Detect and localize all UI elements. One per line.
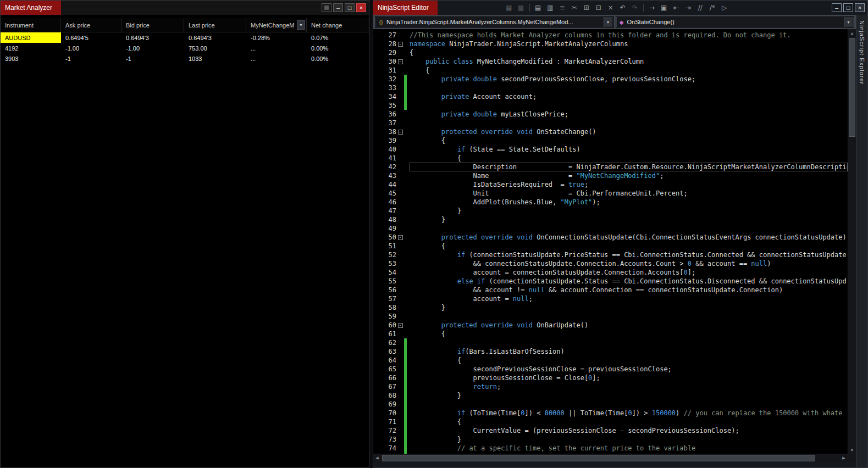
code-line[interactable]: 63 if(Bars.IsLastBarOfSession) xyxy=(373,347,848,356)
column-header-instrument[interactable]: Instrument xyxy=(1,18,61,32)
fold-toggle-icon[interactable]: - xyxy=(396,40,404,48)
code-line[interactable]: 27//This namespace holds Market Analyzer… xyxy=(373,31,848,40)
code-line[interactable]: 69 xyxy=(373,400,848,409)
column-header-bid-price[interactable]: Bid price xyxy=(121,18,184,32)
window-menu-icon[interactable] xyxy=(322,3,331,12)
code-line[interactable]: 58 } xyxy=(373,303,848,312)
minimize-button[interactable]: – xyxy=(333,3,343,12)
code-line[interactable]: 54 account = connectionStatusUpdate.Conn… xyxy=(373,268,848,277)
column-header-last-price[interactable]: Last price xyxy=(184,18,246,32)
code-line[interactable]: 62 xyxy=(373,338,848,347)
close-button[interactable]: × xyxy=(855,3,865,12)
table-row[interactable]: AUDUSD0.6494'50.6494'30.6494'3-0.28%0.07… xyxy=(1,32,369,43)
chevron-down-icon[interactable]: ▼ xyxy=(604,16,612,27)
maximize-button[interactable]: □ xyxy=(843,3,853,12)
code-line[interactable]: 48 } xyxy=(373,215,848,224)
scroll-right-icon[interactable]: ▶ xyxy=(840,454,848,462)
code-line[interactable]: 73 } xyxy=(373,435,848,444)
code-line[interactable]: 42 Description = NinjaTrader.Custom.Reso… xyxy=(373,163,848,171)
code-line[interactable]: 70 if (ToTime(Time[0]) < 80000 || ToTime… xyxy=(373,409,848,417)
horizontal-scrollbar[interactable]: ◀ ▶ xyxy=(373,454,848,462)
outdent-icon[interactable]: ⇤ xyxy=(671,3,682,13)
code-line[interactable]: 72 CurrentValue = (previousSessionClose … xyxy=(373,426,848,435)
code-line[interactable]: 31 { xyxy=(373,66,848,75)
uncomment-selection-icon[interactable]: /* xyxy=(707,3,718,13)
scroll-track[interactable] xyxy=(848,37,856,446)
code-line[interactable]: 56 && account != null && account.Connect… xyxy=(373,286,848,294)
code-line[interactable]: 74 // at a specific time, set the curren… xyxy=(373,444,848,453)
code-line[interactable]: 49 xyxy=(373,224,848,233)
minimize-button[interactable]: – xyxy=(832,3,842,12)
code-line[interactable]: 44 IsDataSeriesRequired = true; xyxy=(373,180,848,189)
fold-toggle-icon[interactable]: - xyxy=(396,57,404,66)
market-analyzer-titlebar[interactable]: Market Analyzer – □ × xyxy=(1,1,369,15)
column-header-mynetchange[interactable]: MyNetChangeM▼ xyxy=(246,18,307,32)
code-line[interactable]: 40 if (State == State.SetDefaults) xyxy=(373,145,848,154)
code-line[interactable]: 38- protected override void OnStateChang… xyxy=(373,127,848,136)
code-line[interactable]: 51 { xyxy=(373,242,848,250)
code-line[interactable]: 30- public class MyNetChangeModified : M… xyxy=(373,57,848,66)
ninjascript-explorer-tab[interactable]: NinjaScript Explorer xyxy=(856,15,867,467)
code-line[interactable]: 34 private Account account; xyxy=(373,92,848,101)
comment-selection-icon[interactable]: // xyxy=(695,3,706,13)
code-line[interactable]: 45 Unit = Cbi.PerformanceUnit.Percent; xyxy=(373,189,848,198)
compile-icon[interactable]: ▣ xyxy=(659,3,670,13)
code-line[interactable]: 53 && connectionStatusUpdate.Connection.… xyxy=(373,259,848,268)
code-line[interactable]: 68 } xyxy=(373,391,848,400)
undo-icon[interactable]: ↶ xyxy=(617,3,628,13)
class-selector[interactable]: {} NinjaTrader.NinjaScript.MarketAnalyze… xyxy=(375,16,614,28)
scroll-track[interactable] xyxy=(381,454,840,462)
paste-icon[interactable]: ⊟ xyxy=(593,3,604,13)
code-line[interactable]: 60- protected override void OnBarUpdate(… xyxy=(373,321,848,330)
close-button[interactable]: × xyxy=(356,3,366,12)
code-line[interactable]: 43 Name = "MyNetChangeModified"; xyxy=(373,171,848,180)
code-line[interactable]: 66 previousSessionClose = Close[0]; xyxy=(373,374,848,382)
chevron-down-icon[interactable]: ▼ xyxy=(844,16,853,27)
maximize-button[interactable]: □ xyxy=(345,3,355,12)
scroll-left-icon[interactable]: ◀ xyxy=(373,454,381,462)
code-line[interactable]: 36 private double myLastClosePrice; xyxy=(373,110,848,119)
redo-icon[interactable]: ↷ xyxy=(629,3,640,13)
code-line[interactable]: 46 AddPlot(Brushes.Blue, "MyPlot"); xyxy=(373,198,848,207)
code-line[interactable]: 64 { xyxy=(373,356,848,365)
goto-icon[interactable]: → xyxy=(646,3,657,13)
code-line[interactable]: 65 secondPreviousSessionClose = previous… xyxy=(373,365,848,374)
code-line[interactable]: 39 { xyxy=(373,136,848,145)
code-line[interactable]: 41 { xyxy=(373,154,848,163)
scroll-up-icon[interactable]: ▲ xyxy=(848,29,856,37)
method-selector[interactable]: ◆ OnStateChange() ▼ xyxy=(616,16,855,28)
fold-toggle-icon[interactable]: - xyxy=(396,127,404,136)
print-preview-icon[interactable]: ▥ xyxy=(545,3,556,13)
code-line[interactable]: 52 if (connectionStatusUpdate.PriceStatu… xyxy=(373,250,848,259)
scroll-thumb[interactable] xyxy=(382,455,815,461)
code-line[interactable]: 67 return; xyxy=(373,382,848,391)
code-line[interactable]: 50- protected override void OnConnection… xyxy=(373,233,848,242)
code-line[interactable]: 57 account = null; xyxy=(373,294,848,303)
vertical-scrollbar[interactable]: ▲ ▼ xyxy=(848,29,856,454)
print-icon[interactable]: ▤ xyxy=(533,3,544,13)
code-line[interactable]: 61 { xyxy=(373,330,848,338)
code-line[interactable]: 32 private double secondPreviousSessionC… xyxy=(373,75,848,83)
ninjascript-editor-titlebar[interactable]: NinjaScript Editor ▦▩▤▥≡✂⊞⊟×↶↷→▣⇤⇥///*▷ … xyxy=(373,1,867,15)
save-as-icon[interactable]: ▩ xyxy=(516,3,527,13)
save-icon[interactable]: ▦ xyxy=(504,3,515,13)
code-line[interactable]: 59 xyxy=(373,312,848,321)
file-list-icon[interactable]: ≡ xyxy=(557,3,568,13)
scroll-down-icon[interactable]: ▼ xyxy=(848,446,856,454)
copy-icon[interactable]: ⊞ xyxy=(581,3,592,13)
code-editor[interactable]: 27//This namespace holds Market Analyzer… xyxy=(373,29,848,454)
delete-icon[interactable]: × xyxy=(605,3,616,13)
compile-script-icon[interactable]: ▷ xyxy=(719,3,730,13)
code-line[interactable]: 37 xyxy=(373,119,848,127)
code-line[interactable]: 29{ xyxy=(373,48,848,57)
fold-toggle-icon[interactable]: - xyxy=(396,233,404,242)
column-header-net-change[interactable]: Net change xyxy=(307,18,368,32)
column-header-ask-price[interactable]: Ask price xyxy=(61,18,121,32)
code-line[interactable]: 71 { xyxy=(373,417,848,426)
scroll-thumb[interactable] xyxy=(849,38,855,137)
table-row[interactable]: 3903-1-11033...0.00% xyxy=(1,53,369,64)
table-row[interactable]: 4192-1.00-1.00753.00...0.00% xyxy=(1,43,369,53)
code-line[interactable]: 35 xyxy=(373,101,848,110)
indent-icon[interactable]: ⇥ xyxy=(683,3,694,13)
code-line[interactable]: 33 xyxy=(373,83,848,92)
